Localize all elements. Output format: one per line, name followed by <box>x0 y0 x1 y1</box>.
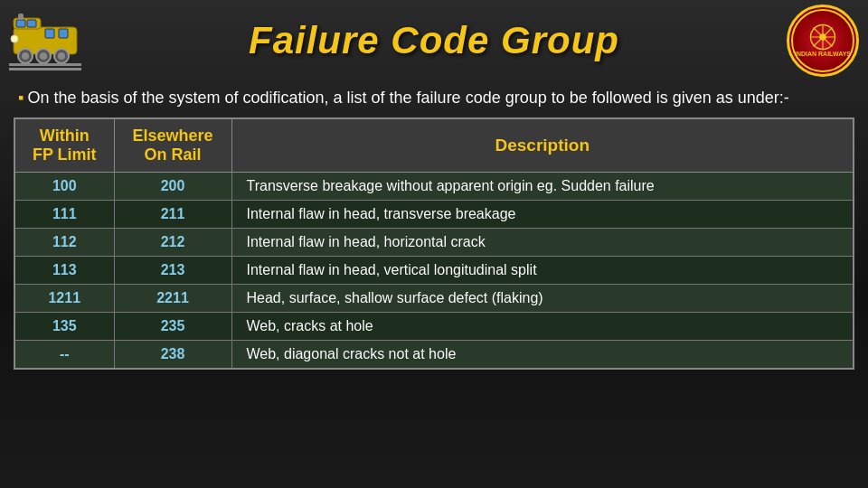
svg-rect-5 <box>59 29 68 38</box>
logo-text: INDIAN RAILWAYS <box>795 51 851 58</box>
cell-description: Internal flaw in head, horizontal crack <box>231 229 854 257</box>
svg-point-11 <box>58 52 65 60</box>
cell-description: Internal flaw in head, transverse breaka… <box>231 201 854 229</box>
table-row: 111211Internal flaw in head, transverse … <box>14 201 854 229</box>
cell-within: 135 <box>14 313 114 341</box>
col-header-description: Description <box>231 118 854 173</box>
svg-point-7 <box>22 52 29 60</box>
cell-elsewhere: 200 <box>114 173 231 201</box>
svg-rect-12 <box>9 63 81 66</box>
cell-elsewhere: 212 <box>114 229 231 257</box>
cell-elsewhere: 2211 <box>114 285 231 313</box>
cell-description: Web, diagonal cracks not at hole <box>231 341 854 370</box>
table-row: 113213Internal flaw in head, vertical lo… <box>14 257 854 285</box>
failure-code-table: WithinFP Limit ElsewhereOn Rail Descript… <box>14 117 854 370</box>
train-logo <box>9 5 81 72</box>
cell-elsewhere: 213 <box>114 257 231 285</box>
svg-rect-14 <box>18 14 24 20</box>
main-content: ▪On the basis of the system of codificat… <box>0 81 868 379</box>
col-header-within: WithinFP Limit <box>14 118 114 173</box>
col-header-elsewhere: ElsewhereOn Rail <box>114 118 231 173</box>
svg-point-15 <box>11 35 18 42</box>
indian-railways-logo: INDIAN RAILWAYS <box>787 5 859 77</box>
table-row: 100200Transverse breakage without appare… <box>14 173 854 201</box>
cell-description: Internal flaw in head, vertical longitud… <box>231 257 854 285</box>
svg-rect-4 <box>45 29 54 38</box>
table-row: 12112211Head, surface, shallow surface d… <box>14 285 854 313</box>
table-header-row: WithinFP Limit ElsewhereOn Rail Descript… <box>14 118 854 173</box>
cell-elsewhere: 211 <box>114 201 231 229</box>
failure-code-table-container: WithinFP Limit ElsewhereOn Rail Descript… <box>14 117 854 370</box>
intro-paragraph: ▪On the basis of the system of codificat… <box>14 86 854 110</box>
cell-within: 1211 <box>14 285 114 313</box>
cell-description: Transverse breakage without apparent ori… <box>231 173 854 201</box>
svg-rect-3 <box>27 20 36 27</box>
cell-description: Web, cracks at hole <box>231 313 854 341</box>
cell-within: 112 <box>14 229 114 257</box>
table-row: 135235Web, cracks at hole <box>14 313 854 341</box>
cell-elsewhere: 238 <box>114 341 231 370</box>
cell-elsewhere: 235 <box>114 313 231 341</box>
table-row: 112212Internal flaw in head, horizontal … <box>14 229 854 257</box>
table-row: --238Web, diagonal cracks not at hole <box>14 341 854 370</box>
svg-rect-2 <box>16 20 25 27</box>
cell-within: 100 <box>14 173 114 201</box>
svg-point-9 <box>40 52 47 60</box>
cell-description: Head, surface, shallow surface defect (f… <box>231 285 854 313</box>
cell-within: 111 <box>14 201 114 229</box>
intro-text: On the basis of the system of codificati… <box>27 89 788 107</box>
svg-rect-13 <box>9 68 81 70</box>
cell-within: -- <box>14 341 114 370</box>
cell-within: 113 <box>14 257 114 285</box>
bullet-icon: ▪ <box>18 89 24 107</box>
page-title: Failure Code Group <box>249 19 619 62</box>
header: Failure Code Group INDIAN RAILWAYS <box>0 0 868 81</box>
table-body: 100200Transverse breakage without appare… <box>14 173 854 370</box>
